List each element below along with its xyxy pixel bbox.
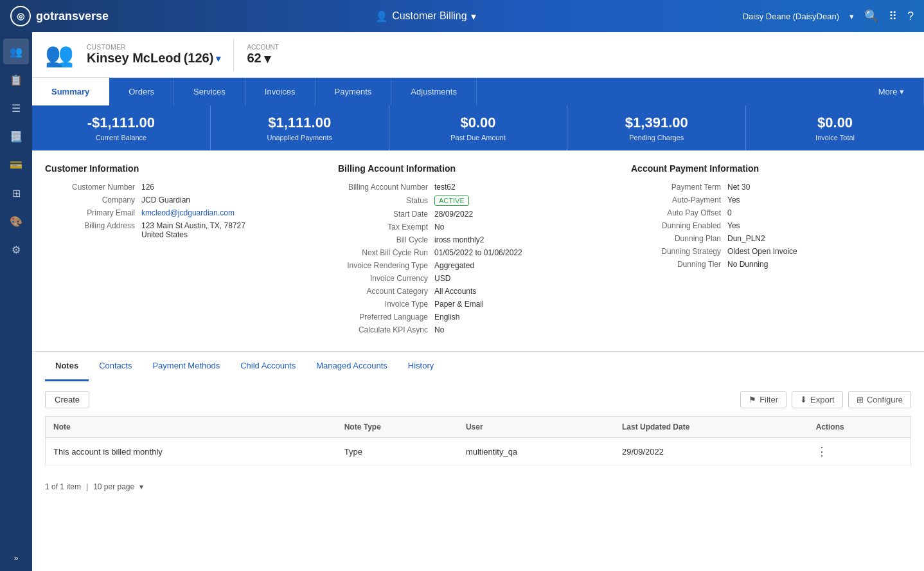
sidebar-item-settings[interactable]: ⚙ [3, 237, 29, 262]
help-icon[interactable]: ? [907, 10, 914, 23]
customer-header: 👥 CUSTOMER Kinsey McLeod (126) ▾ ACCOUNT… [32, 32, 924, 78]
value-email[interactable]: kmcleod@jcdguardian.com [141, 208, 235, 217]
row-actions-menu[interactable]: ⋮ [816, 445, 828, 458]
label-currency: Invoice Currency [338, 274, 434, 283]
info-row-invoice-type: Invoice Type Paper & Email [338, 300, 618, 309]
title-icon: 👤 [375, 10, 388, 23]
card-pending-charges: $1,391.00 Pending Charges [567, 105, 746, 150]
sidebar-item-grid[interactable]: ⊞ [3, 180, 29, 206]
bottom-tab-payment-methods[interactable]: Payment Methods [142, 352, 230, 381]
info-row-status: Status ACTIVE [338, 195, 618, 206]
info-row-address: Billing Address 123 Main St Austin, TX, … [45, 221, 325, 239]
bottom-tab-history[interactable]: History [398, 352, 444, 381]
filter-button[interactable]: ⚑ Filter [740, 391, 786, 408]
tab-services[interactable]: Services [174, 78, 245, 105]
card-current-balance: -$1,111.00 Current Balance [32, 105, 211, 150]
table-row: This account is billed monthly Type mult… [46, 438, 911, 466]
account-payment-title: Account Payment Information [631, 163, 911, 174]
info-row-tax-exempt: Tax Exempt No [338, 222, 618, 231]
per-page-label: 10 per page [93, 482, 134, 491]
account-dropdown-arrow[interactable]: ▾ [264, 51, 271, 66]
tab-orders[interactable]: Orders [109, 78, 174, 105]
export-button[interactable]: ⬇ Export [792, 391, 843, 408]
customer-dropdown-arrow[interactable]: ▾ [216, 53, 220, 64]
info-row-kpi-async: Calculate KPI Async No [338, 325, 618, 334]
sidebar-item-users[interactable]: 👥 [3, 39, 29, 64]
col-actions: Actions [808, 417, 911, 438]
sidebar-item-list[interactable]: ☰ [3, 95, 29, 121]
info-row-dunning-tier: Dunning Tier No Dunning [631, 260, 911, 269]
search-icon[interactable]: 🔍 [864, 9, 878, 23]
label-language: Preferred Language [338, 313, 434, 322]
label-next-bill-cycle: Next Bill Cycle Run [338, 248, 434, 257]
main-content: 👥 CUSTOMER Kinsey McLeod (126) ▾ ACCOUNT… [32, 32, 924, 571]
tab-adjustments[interactable]: Adjustments [391, 78, 477, 105]
value-dunning-strategy: Oldest Open Invoice [727, 247, 797, 256]
create-button[interactable]: Create [45, 391, 89, 408]
info-row-invoice-rendering: Invoice Rendering Type Aggregated [338, 261, 618, 270]
info-row-payment-term: Payment Term Net 30 [631, 183, 911, 192]
value-auto-pay-offset: 0 [727, 208, 732, 217]
header-row: Note Note Type User Last Updated Date Ac… [46, 417, 911, 438]
value-dunning-enabled: Yes [727, 221, 740, 230]
col-user: User [458, 417, 614, 438]
info-sections: Customer Information Customer Number 126… [32, 150, 924, 351]
label-dunning-tier: Dunning Tier [631, 260, 727, 269]
value-invoice-rendering: Aggregated [434, 261, 474, 270]
info-row-auto-payment: Auto-Payment Yes [631, 195, 911, 204]
tab-invoices[interactable]: Invoices [245, 78, 315, 105]
per-page-dropdown-arrow[interactable]: ▾ [139, 482, 143, 491]
value-customer-number: 126 [141, 183, 154, 192]
label-dunning-enabled: Dunning Enabled [631, 221, 727, 230]
current-balance-amount: -$1,111.00 [45, 114, 197, 131]
user-dropdown-arrow[interactable]: ▾ [849, 12, 854, 21]
customer-name-text: Kinsey McLeod [87, 51, 181, 66]
tab-payments[interactable]: Payments [315, 78, 392, 105]
value-account-category: All Accounts [434, 287, 476, 296]
invoice-total-amount: $0.00 [759, 114, 911, 131]
cell-actions[interactable]: ⋮ [808, 438, 911, 466]
tab-summary[interactable]: Summary [32, 78, 109, 105]
info-row-email: Primary Email kmcleod@jcdguardian.com [45, 208, 325, 217]
label-invoice-rendering: Invoice Rendering Type [338, 261, 434, 270]
info-row-account-category: Account Category All Accounts [338, 287, 618, 296]
configure-button[interactable]: ⊞ Configure [848, 391, 911, 408]
label-start-date: Start Date [338, 210, 434, 219]
bottom-tab-child-accounts[interactable]: Child Accounts [230, 352, 306, 381]
bottom-tab-managed-accounts[interactable]: Managed Accounts [306, 352, 398, 381]
account-payment-section: Account Payment Information Payment Term… [631, 163, 911, 338]
value-dunning-plan: Dun_PLN2 [727, 234, 765, 243]
sidebar-item-palette[interactable]: 🎨 [3, 208, 29, 234]
grid-icon[interactable]: ⠿ [889, 9, 897, 23]
customer-label: CUSTOMER [87, 44, 220, 51]
sidebar-expand-button[interactable]: » [6, 552, 26, 565]
bottom-tab-contacts[interactable]: Contacts [89, 352, 142, 381]
notes-actions: ⚑ Filter ⬇ Export ⊞ Configure [740, 391, 911, 408]
value-kpi-async: No [434, 325, 444, 334]
app-title: 👤 Customer Billing ▾ [109, 10, 743, 23]
title-dropdown-arrow[interactable]: ▾ [471, 10, 476, 23]
label-customer-number: Customer Number [45, 183, 141, 192]
configure-icon: ⊞ [857, 395, 864, 404]
summary-cards: -$1,111.00 Current Balance $1,111.00 Una… [32, 105, 924, 150]
unapplied-payments-amount: $1,111.00 [224, 114, 376, 131]
pending-charges-amount: $1,391.00 [580, 114, 733, 131]
label-company: Company [45, 195, 141, 204]
logo[interactable]: ◎ gotransverse [10, 6, 109, 26]
past-due-amount: $0.00 [402, 114, 555, 131]
card-past-due: $0.00 Past Due Amount [389, 105, 568, 150]
sidebar-item-invoice[interactable]: 📃 [3, 123, 29, 149]
sidebar-item-docs[interactable]: 📋 [3, 67, 29, 93]
info-row-dunning-plan: Dunning Plan Dun_PLN2 [631, 234, 911, 243]
tab-more[interactable]: More ▾ [859, 78, 924, 105]
sidebar-item-credit-card[interactable]: 💳 [3, 152, 29, 177]
col-note: Note [46, 417, 337, 438]
logo-icon: ◎ [10, 6, 31, 26]
label-auto-payment: Auto-Payment [631, 195, 727, 204]
unapplied-payments-label: Unapplied Payments [224, 134, 376, 141]
info-row-currency: Invoice Currency USD [338, 274, 618, 283]
notes-table-body: This account is billed monthly Type mult… [46, 438, 911, 466]
label-email: Primary Email [45, 208, 141, 217]
bottom-tab-notes[interactable]: Notes [45, 352, 89, 381]
info-row-next-bill-cycle: Next Bill Cycle Run 01/05/2022 to 01/06/… [338, 248, 618, 257]
